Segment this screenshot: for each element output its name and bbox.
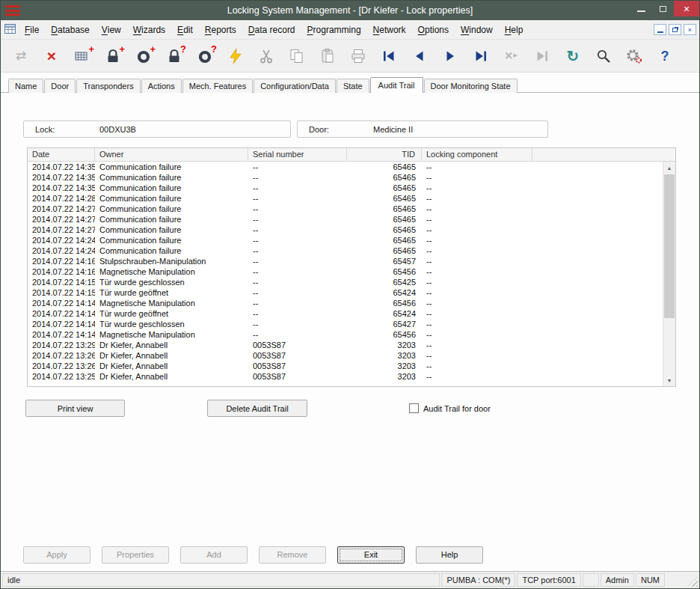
apply-button: Apply (23, 546, 90, 564)
mdi-restore-icon[interactable] (669, 24, 681, 35)
close-icon[interactable]: × (674, 1, 699, 16)
minimize-icon[interactable] (630, 1, 652, 16)
program-icon[interactable] (227, 46, 245, 67)
tab-transponders[interactable]: Transponders (76, 79, 140, 93)
table-row[interactable]: 2014.07.22 13:26Dr Kiefer, Annabell0053S… (28, 350, 663, 361)
table-row[interactable]: 2014.07.22 14:24Communication failure--6… (28, 245, 663, 256)
cell-tid: 3203 (347, 340, 422, 350)
table-row[interactable]: 2014.07.22 13:29Dr Kiefer, Annabell0053S… (28, 340, 663, 350)
menu-help[interactable]: Help (499, 20, 529, 39)
tab-name[interactable]: Name (8, 79, 43, 93)
menu-window[interactable]: Window (455, 20, 499, 39)
column-header-tid[interactable]: TID (347, 148, 422, 161)
menu-reports[interactable]: Reports (199, 20, 242, 39)
table-row[interactable]: 2014.07.22 14:15Tür wurde geöffnet--6542… (28, 287, 663, 298)
menu-edit[interactable]: Edit (171, 20, 199, 39)
table-row[interactable]: 2014.07.22 14:14Tür wurde geöffnet--6542… (28, 308, 663, 319)
first-record-icon[interactable] (380, 46, 398, 67)
audit-trail-for-door-checkbox[interactable]: Audit Trail for door (409, 403, 491, 413)
table-row[interactable]: 2014.07.22 13:25Dr Kiefer, Annabell0053S… (28, 371, 663, 382)
checkbox-label: Audit Trail for door (423, 404, 491, 413)
cell-locking-component: -- (422, 266, 532, 277)
tab-door[interactable]: Door (44, 79, 76, 93)
cell-owner: Tür wurde geschlossen (95, 319, 248, 329)
new-lock-icon[interactable]: + (104, 46, 122, 67)
table-row[interactable]: 2014.07.22 14:28Communication failure--6… (28, 193, 663, 204)
new-locking-system-icon[interactable]: + (73, 46, 91, 67)
help-button[interactable]: Help (416, 546, 483, 564)
table-row[interactable]: 2014.07.22 14:14Magnetische Manipulation… (28, 329, 663, 340)
read-lock-icon[interactable]: ? (165, 46, 183, 67)
vertical-scrollbar[interactable]: ▲ ▼ (663, 162, 675, 386)
tab-actions[interactable]: Actions (141, 79, 182, 93)
tab-door-monitoring-state[interactable]: Door Monitoring State (424, 79, 518, 93)
checkbox-box[interactable] (409, 403, 419, 413)
cell-empty (532, 308, 663, 319)
remove-button: Remove (259, 546, 326, 564)
delete-audit-trail-button[interactable]: Delete Audit Trail (207, 400, 307, 417)
disconnect-icon[interactable]: × (43, 46, 61, 67)
search-icon[interactable] (595, 46, 612, 67)
cell-empty (532, 266, 663, 277)
column-header-date[interactable]: Date (28, 148, 95, 161)
previous-record-icon[interactable] (411, 46, 429, 67)
column-header-owner[interactable]: Owner (95, 148, 248, 161)
cell-owner: Communication failure (95, 183, 248, 193)
cell-empty (532, 172, 663, 183)
cell-empty (532, 371, 663, 382)
menu-database[interactable]: Database (45, 20, 95, 39)
menu-network[interactable]: Network (367, 20, 412, 39)
table-row[interactable]: 2014.07.22 14:35Communication failure--6… (28, 162, 663, 172)
window-title: Locking System Management - [Dr Kiefer -… (1, 5, 699, 16)
table-row[interactable]: 2014.07.22 14:24Communication failure--6… (28, 235, 663, 245)
column-header-serial-number[interactable]: Serial number (248, 148, 347, 161)
mdi-minimize-icon[interactable] (654, 24, 666, 35)
refresh-icon[interactable]: ↻ (564, 46, 582, 67)
table-row[interactable]: 2014.07.22 14:14Tür wurde geschlossen--6… (28, 319, 663, 329)
mdi-close-icon[interactable]: × (684, 24, 696, 35)
last-record-icon[interactable] (472, 46, 490, 67)
table-row[interactable]: 2014.07.22 14:27Communication failure--6… (28, 214, 663, 225)
cell-empty (532, 235, 663, 245)
next-record-icon[interactable] (441, 46, 459, 67)
menu-wizards[interactable]: Wizards (127, 20, 171, 39)
print-icon (349, 46, 367, 67)
table-row[interactable]: 2014.07.22 13:26Dr Kiefer, Annabell0053S… (28, 361, 663, 371)
print-view-button[interactable]: Print view (25, 400, 125, 417)
cell-locking-component: -- (422, 298, 532, 308)
table-row[interactable]: 2014.07.22 14:35Communication failure--6… (28, 172, 663, 183)
cell-date: 2014.07.22 13:26 (28, 361, 95, 371)
table-row[interactable]: 2014.07.22 14:27Communication failure--6… (28, 204, 663, 214)
help-icon[interactable]: ? (656, 46, 674, 67)
resize-grip-icon[interactable] (687, 576, 698, 587)
exit-button[interactable]: Exit (337, 546, 405, 564)
menu-view[interactable]: View (96, 20, 127, 39)
filter-settings-icon[interactable] (625, 46, 643, 67)
tab-configuration-data[interactable]: Configuration/Data (254, 79, 336, 93)
column-header-locking-component[interactable]: Locking component (422, 148, 532, 161)
table-row[interactable]: 2014.07.22 14:16Stulpschrauben-Manipulat… (28, 256, 663, 266)
maximize-icon[interactable] (652, 1, 674, 16)
table-row[interactable]: 2014.07.22 14:14Magnetische Manipulation… (28, 298, 663, 308)
cell-empty (532, 204, 663, 214)
tab-audit-trail[interactable]: Audit Trail (370, 77, 423, 93)
menu-options[interactable]: Options (412, 20, 455, 39)
tab-mech-features[interactable]: Mech. Features (182, 79, 253, 93)
menu-data-record[interactable]: Data record (242, 20, 301, 39)
status-bar: idle PUMBA : COM(*) TCP port:6001 Admin … (1, 571, 699, 588)
scroll-up-icon[interactable]: ▲ (663, 162, 675, 174)
table-row[interactable]: 2014.07.22 14:15Tür wurde geschlossen--6… (28, 277, 663, 287)
read-transponder-icon[interactable]: ? (196, 46, 214, 67)
table-row[interactable]: 2014.07.22 14:16Magnetische Manipulation… (28, 266, 663, 277)
cell-date: 2014.07.22 14:15 (28, 287, 95, 298)
table-row[interactable]: 2014.07.22 14:35Communication failure--6… (28, 183, 663, 193)
scroll-down-icon[interactable]: ▼ (663, 374, 675, 386)
menu-programming[interactable]: Programming (301, 20, 367, 39)
table-row[interactable]: 2014.07.22 14:27Communication failure--6… (28, 225, 663, 235)
new-transponder-icon[interactable]: + (135, 46, 153, 67)
document-system-icon[interactable] (4, 23, 16, 37)
menu-file[interactable]: File (19, 20, 45, 39)
cell-empty (532, 340, 663, 350)
tab-state[interactable]: State (337, 79, 369, 93)
scrollbar-thumb[interactable] (664, 174, 675, 318)
